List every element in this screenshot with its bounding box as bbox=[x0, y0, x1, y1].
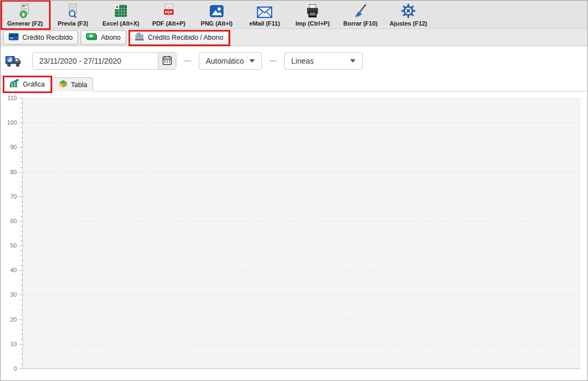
chart-region: 0102030405060708090100110 bbox=[1, 91, 587, 380]
y-axis-label: 30 bbox=[1, 291, 17, 298]
gridline bbox=[23, 319, 580, 320]
report-tab-credito-recibido[interactable]: Crédito Recibido bbox=[3, 30, 78, 45]
toolbar-button-pdf[interactable]: PDF PDF (Alt+P) bbox=[145, 1, 193, 28]
report-tab-label: Crédito Recibido / Abono bbox=[148, 34, 223, 41]
y-axis-label: 0 bbox=[1, 365, 17, 372]
email-icon bbox=[256, 3, 273, 19]
y-minor-tick bbox=[20, 137, 23, 138]
money-icon bbox=[86, 33, 97, 42]
toolbar-button-imp[interactable]: Imp (Ctrl+P) bbox=[289, 1, 336, 28]
y-minor-tick bbox=[20, 315, 23, 315]
y-major-tick bbox=[19, 368, 23, 369]
filter-row: Automático Lineas bbox=[1, 46, 587, 76]
y-minor-tick bbox=[20, 201, 23, 202]
generate-icon bbox=[18, 3, 32, 19]
toolbar-button-generar[interactable]: Generar (F2) bbox=[1, 1, 49, 28]
y-axis-label: 80 bbox=[1, 169, 17, 175]
y-minor-tick bbox=[20, 260, 23, 261]
interval-dropdown-value: Automático bbox=[206, 57, 244, 65]
toolbar-button-email[interactable]: eMail (F11) bbox=[241, 1, 289, 28]
y-minor-tick bbox=[20, 305, 23, 305]
y-axis-label: 10 bbox=[1, 341, 17, 347]
gridline bbox=[23, 270, 580, 271]
toolbar-button-label: Borrar (F10) bbox=[344, 20, 378, 27]
calendar-button[interactable] bbox=[158, 53, 176, 69]
y-minor-tick bbox=[20, 250, 23, 251]
y-major-tick bbox=[19, 294, 23, 295]
toolbar-button-ajustes[interactable]: Ajustes (F12) bbox=[384, 1, 432, 28]
report-tab-label: Crédito Recibido bbox=[22, 34, 72, 41]
chart-icon bbox=[9, 79, 20, 89]
toolbar-button-label: Excel (Alt+X) bbox=[102, 20, 139, 27]
gridline bbox=[23, 98, 580, 99]
y-minor-tick bbox=[20, 299, 23, 300]
y-minor-tick bbox=[20, 226, 23, 226]
toolbar-button-label: Previa (F3) bbox=[58, 20, 88, 27]
y-minor-tick bbox=[20, 265, 23, 266]
chart-style-dropdown-value: Lineas bbox=[291, 57, 314, 65]
y-minor-tick bbox=[20, 231, 23, 231]
y-minor-tick bbox=[20, 167, 23, 168]
y-major-tick bbox=[19, 221, 23, 222]
brush-icon bbox=[353, 3, 368, 19]
y-major-tick bbox=[19, 196, 23, 197]
y-axis-label: 20 bbox=[1, 316, 17, 323]
calendar-icon bbox=[162, 56, 172, 67]
chart-style-dropdown[interactable]: Lineas bbox=[284, 52, 363, 70]
report-tab-abono[interactable]: Abono bbox=[81, 30, 126, 45]
y-minor-tick bbox=[20, 275, 23, 275]
separator-dash bbox=[184, 60, 191, 62]
y-axis-label: 110 bbox=[1, 95, 17, 101]
report-tab-credito-recibido-abono[interactable]: Crédito Recibido / Abono bbox=[129, 30, 229, 45]
toolbar-button-png[interactable]: PNG (Alt+I) bbox=[193, 1, 241, 28]
y-minor-tick bbox=[20, 187, 23, 187]
date-range-input[interactable] bbox=[33, 53, 158, 69]
toolbar-button-excel[interactable]: Excel (Alt+X) bbox=[97, 1, 145, 28]
svg-text:PDF: PDF bbox=[165, 10, 173, 14]
y-minor-tick bbox=[20, 162, 23, 162]
gridline bbox=[23, 196, 580, 197]
credit-card-icon bbox=[9, 33, 19, 42]
pdf-icon: PDF bbox=[162, 3, 176, 19]
y-minor-tick bbox=[20, 177, 23, 177]
preview-icon bbox=[66, 3, 80, 19]
x-axis-baseline bbox=[23, 368, 580, 369]
y-major-tick bbox=[19, 147, 23, 148]
toolbar-button-borrar[interactable]: Borrar (F10) bbox=[336, 1, 384, 28]
chevron-down-icon bbox=[249, 59, 255, 63]
toolbar-button-label: Generar (F2) bbox=[7, 20, 42, 27]
y-minor-tick bbox=[20, 152, 23, 152]
chevron-down-icon bbox=[350, 59, 356, 63]
printer-icon bbox=[305, 3, 320, 19]
y-minor-tick bbox=[20, 127, 23, 128]
view-tab-label: Gráfica bbox=[23, 81, 45, 88]
y-minor-tick bbox=[20, 236, 23, 236]
toolbar-button-label: PDF (Alt+P) bbox=[152, 20, 186, 27]
view-tab-tabla[interactable]: Tabla bbox=[53, 77, 93, 91]
y-minor-tick bbox=[20, 349, 23, 349]
gridline bbox=[23, 294, 580, 295]
y-minor-tick bbox=[20, 118, 23, 118]
y-minor-tick bbox=[20, 359, 23, 359]
toolbar-button-previa[interactable]: Previa (F3) bbox=[49, 1, 97, 28]
report-tabs-bar: Crédito Recibido Abono Créd bbox=[1, 29, 587, 46]
y-minor-tick bbox=[20, 241, 23, 241]
y-major-tick bbox=[19, 319, 23, 320]
y-major-tick bbox=[19, 122, 23, 123]
y-minor-tick bbox=[20, 216, 23, 217]
gridline bbox=[23, 147, 580, 148]
gridline bbox=[23, 245, 580, 246]
view-tabs-bar: Gráfica Tabla bbox=[1, 76, 587, 91]
y-axis-label: 70 bbox=[1, 193, 17, 200]
y-axis-label: 50 bbox=[1, 242, 17, 249]
y-axis-label: 90 bbox=[1, 144, 17, 150]
toolbar-button-label: eMail (F11) bbox=[249, 20, 280, 27]
png-icon bbox=[209, 3, 224, 19]
y-minor-tick bbox=[20, 113, 23, 113]
y-axis-label: 100 bbox=[1, 119, 17, 126]
interval-dropdown[interactable]: Automático bbox=[199, 52, 262, 70]
y-minor-tick bbox=[20, 339, 23, 340]
toolbar-button-label: PNG (Alt+I) bbox=[201, 20, 232, 27]
view-tab-grafica[interactable]: Gráfica bbox=[3, 76, 51, 91]
gridline bbox=[23, 122, 580, 123]
